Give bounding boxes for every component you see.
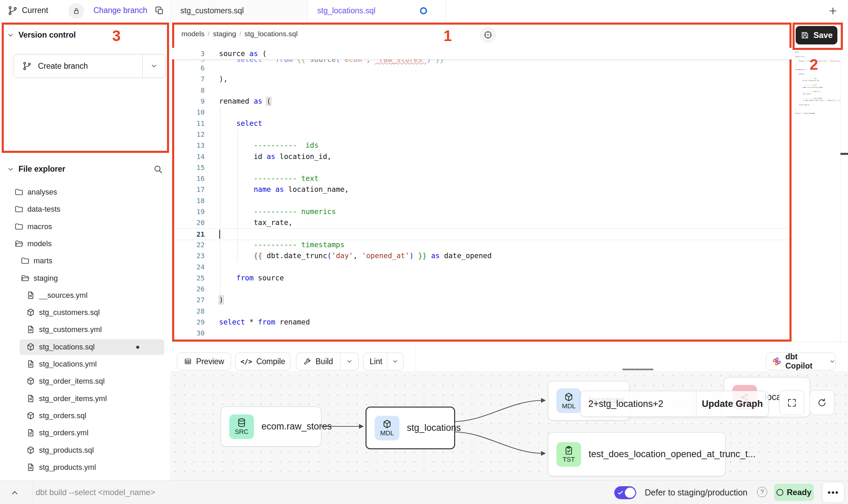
code-line-7[interactable]: 7), [170, 74, 792, 84]
git-branch-icon [8, 5, 18, 16]
lineage-node-mdl1[interactable]: MDLstg_locations [365, 407, 455, 449]
breadcrumb-item: models [181, 30, 205, 38]
lineage-node-tst[interactable]: TSTtest_does_location_opened_at_trunc_t.… [548, 432, 725, 476]
editor-minimap[interactable]: with source as ( select * from {{ source… [795, 51, 838, 137]
code-line-15[interactable]: 15 [170, 162, 792, 173]
preview-button[interactable]: Preview [177, 353, 231, 370]
help-icon[interactable]: ? [757, 487, 767, 497]
line-number: 18 [170, 197, 205, 205]
line-number: 15 [170, 163, 205, 172]
code-line-12[interactable]: 12 [170, 129, 792, 140]
unsaved-dot-icon [136, 346, 139, 349]
build-button[interactable]: Build [296, 353, 359, 370]
code-text: name as location_name, [219, 185, 349, 194]
file-label: macros [27, 222, 52, 231]
code-line-30[interactable]: 30 [170, 328, 792, 339]
file-tree-item-stg-orders-yml[interactable]: stg_orders.yml [0, 424, 170, 441]
file-tree-item-marts[interactable]: marts [0, 252, 170, 269]
update-graph-button[interactable]: Update Graph [696, 399, 768, 409]
line-number: 9 [170, 97, 205, 105]
refresh-button[interactable] [810, 390, 834, 415]
code-line-23[interactable]: 23 {{ dbt.date_trunc('day', 'opened_at')… [170, 250, 792, 261]
code-line-26[interactable]: 26 [170, 283, 792, 294]
code-line-11[interactable]: 11 select [170, 118, 792, 129]
compile-button[interactable]: </>Compile [235, 353, 291, 370]
ready-label: Ready [787, 488, 811, 497]
chevron-down-icon [346, 358, 353, 365]
line-number: 14 [170, 152, 205, 161]
file-tree-item-staging[interactable]: staging [0, 270, 170, 287]
code-line-22[interactable]: 22 ---------- timestamps [170, 239, 792, 250]
code-line-14[interactable]: 14 id as location_id, [170, 151, 792, 162]
command-input[interactable]: dbt build --select <model_name> [36, 488, 155, 497]
file-tree-item-models[interactable]: models [0, 235, 170, 252]
model-actions-button[interactable] [480, 27, 496, 43]
file-label: analyses [27, 188, 57, 197]
code-line-9[interactable]: 9renamed as ( [170, 96, 792, 107]
dbt-copilot-button[interactable]: dbt Copilot [766, 353, 836, 370]
ready-status-badge[interactable]: Ready [774, 484, 814, 501]
file-tree-item-stg-customers-sql[interactable]: stg_customers.sql [0, 304, 170, 321]
badge-label: MDL [562, 402, 576, 410]
code-line-20[interactable]: 20 tax_rate, [170, 217, 792, 228]
fullscreen-button[interactable] [779, 390, 804, 415]
code-line-13[interactable]: 13 ---------- ids [170, 140, 792, 151]
lineage-node-src[interactable]: SRCecom.raw_stores [221, 407, 321, 447]
line-number: 30 [170, 329, 205, 337]
file-tree-item-stg-orders-sql[interactable]: stg_orders.sql [0, 407, 170, 424]
current-branch-label: Current [22, 6, 48, 15]
line-number: 26 [170, 285, 205, 293]
change-branch-link[interactable]: Change branch [93, 6, 147, 15]
folder-icon [21, 274, 30, 283]
file-tree-item-stg-products-yml[interactable]: stg_products.yml [0, 459, 170, 476]
lineage-selector-input[interactable]: 2+stg_locations+2 [588, 399, 663, 409]
code-line-8[interactable]: 8 [170, 85, 792, 96]
code-line-19[interactable]: 19 ---------- numerics [170, 206, 792, 217]
build-dropdown[interactable] [341, 358, 358, 365]
defer-toggle[interactable] [614, 486, 636, 499]
main-area: models/ staging/ stg_locations.sql 67),8… [170, 22, 848, 480]
new-tab-plus-icon[interactable] [828, 6, 838, 16]
lineage-canvas[interactable]: SRCecom.raw_storesMDLstg_locationsMDLloc… [170, 371, 848, 480]
file-tree-item-stg-order-items-yml[interactable]: stg_order_items.yml [0, 390, 170, 407]
code-line-21[interactable]: 21 [170, 228, 792, 240]
code-line-18[interactable]: 18 [170, 195, 792, 206]
file-tree-item-macros[interactable]: macros [0, 218, 170, 235]
code-line-10[interactable]: 10 [170, 107, 792, 118]
lint-dropdown[interactable] [387, 358, 403, 365]
file-tree-item--sources-yml[interactable]: __sources.yml [0, 287, 170, 304]
badge-label: SRC [235, 428, 248, 436]
file-tree-item-analyses[interactable]: analyses [0, 184, 170, 201]
code-line-29[interactable]: 29select * from renamed [170, 317, 792, 328]
more-options-button[interactable]: ••• [822, 482, 845, 503]
file-tree-item-data-tests[interactable]: data-tests [0, 201, 170, 218]
code-line-16[interactable]: 16 ---------- text [170, 173, 792, 184]
code-line-17[interactable]: 17 name as location_name, [170, 184, 792, 195]
code-editor[interactable]: 67),89renamed as (1011 select1213 ------… [170, 63, 792, 340]
code-line-27[interactable]: 27) [170, 294, 792, 305]
bottom-toolbar: Preview </>Compile Build Lint Results Co… [170, 342, 848, 371]
file-icon [26, 291, 35, 300]
node-type-badge: MDL [556, 388, 581, 413]
code-line-25[interactable]: 25 from source [170, 273, 792, 283]
copy-icon[interactable] [155, 6, 164, 15]
code-text: ---------- ids [219, 141, 319, 149]
breadcrumb: models/ staging/ stg_locations.sql [181, 30, 298, 38]
file-tree-item-stg-locations-sql[interactable]: stg_locations.sql [0, 339, 170, 356]
lint-button[interactable]: Lint [363, 353, 403, 370]
chevron-up-icon[interactable] [10, 488, 19, 497]
file-tree-item-stg-products-sql[interactable]: stg_products.sql [0, 442, 170, 459]
model-cube-icon [26, 308, 35, 317]
tab-stg-customers[interactable]: stg_customers.sql [170, 0, 308, 22]
tab-stg-locations[interactable]: stg_locations.sql [308, 0, 446, 22]
file-tree-item-stg-order-items-sql[interactable]: stg_order_items.sql [0, 373, 170, 390]
file-tree-item-stg-locations-yml[interactable]: stg_locations.yml [0, 356, 170, 373]
code-line-28[interactable]: 28 [170, 306, 792, 317]
panel-resize-handle[interactable] [840, 153, 848, 155]
code-line-24[interactable]: 24 [170, 261, 792, 272]
tab-label: stg_customers.sql [180, 6, 244, 15]
file-tree-item-stg-customers-yml[interactable]: stg_customers.yml [0, 321, 170, 338]
save-button[interactable]: Save [796, 26, 837, 44]
node-label: ecom.raw_stores [261, 421, 332, 432]
compile-label: Compile [256, 357, 285, 366]
